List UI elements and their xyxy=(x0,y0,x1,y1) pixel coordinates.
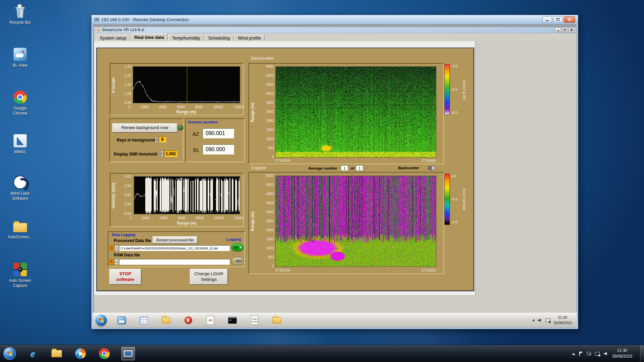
tick-label: -3.0 xyxy=(451,64,458,68)
rdp-minimize-button[interactable] xyxy=(542,16,552,23)
rdp-close-button[interactable] xyxy=(564,16,575,23)
average-number-field[interactable]: 1 xyxy=(341,165,348,171)
raw-logging-toggle[interactable]: OFF xyxy=(231,257,244,265)
scan-doc-label: sched xyxy=(252,320,257,323)
remote-taskbar-blview-icon[interactable] xyxy=(115,315,128,326)
desktop-icon-recycle-bin[interactable]: Recycle Bin xyxy=(3,4,37,25)
stepper-down-icon[interactable]: ▾ xyxy=(155,140,158,143)
desktop-icon-wind-lidar-software[interactable]: Wind Lidar Software xyxy=(3,175,37,201)
raw-path-field[interactable] xyxy=(119,259,230,265)
desktop-icon-google-chrome[interactable]: Google Chrome xyxy=(3,90,37,116)
start-button[interactable] xyxy=(3,347,16,360)
processed-drive-box[interactable]: C xyxy=(109,245,114,251)
backscatter-heatmap xyxy=(275,66,436,158)
tick-label: -4.0 xyxy=(451,220,458,224)
processed-logging-toggle[interactable]: ON xyxy=(231,243,244,251)
remote-tray-expand-icon[interactable] xyxy=(531,319,534,322)
snr-stepper[interactable]: ▴▾ xyxy=(160,150,164,157)
remote-taskbar-folder-icon[interactable] xyxy=(159,315,173,326)
average-total-field[interactable]: 1 xyxy=(356,165,363,171)
ascope-x-axis-label: Range (m) xyxy=(133,110,239,114)
renew-background-button[interactable]: Renew background now xyxy=(112,123,177,132)
tab-temp-humidity[interactable]: Temp/humidity xyxy=(168,35,204,41)
rays-in-background-field[interactable]: 8 xyxy=(159,136,166,142)
desktop-icon-bl-view[interactable]: BL-View xyxy=(3,47,37,68)
tick-label: 0 xyxy=(129,216,131,220)
taskbar-chrome-icon[interactable] xyxy=(98,347,111,360)
remote-volume-icon[interactable] xyxy=(538,318,542,322)
backscatter-display-toggle[interactable] xyxy=(428,166,435,170)
tab-system-setup[interactable]: System setup xyxy=(96,35,130,41)
stepper-up-icon[interactable]: ▴ xyxy=(160,150,164,154)
tab-scheduling[interactable]: Scheduling xyxy=(205,35,233,41)
snr-threshold-field[interactable]: 1.002 xyxy=(164,150,177,157)
tick-label: 2000 xyxy=(141,105,149,109)
rdp-maximize-button[interactable] xyxy=(553,16,563,23)
tab-bar: System setup Real time data Temp/humidit… xyxy=(94,33,576,41)
stop-button-line1: STOP xyxy=(119,271,131,277)
backscatter-time-end: 2715693 xyxy=(421,159,436,163)
labview-close-button[interactable] xyxy=(569,27,575,33)
hdd-activity-icon[interactable] xyxy=(587,352,591,355)
remote-taskbar-scan-sched-document-icon[interactable]: Scansched xyxy=(248,315,261,326)
taskbar-explorer-icon[interactable] xyxy=(50,347,63,360)
stepper-down-icon[interactable]: ▾ xyxy=(160,154,164,157)
raw-drive-box[interactable]: C xyxy=(109,259,114,265)
clock-date: 29/08/2023 xyxy=(612,354,632,359)
volume-icon[interactable] xyxy=(604,352,608,356)
stop-software-button[interactable]: STOP software xyxy=(109,269,141,285)
tick-label: 4000 xyxy=(159,105,167,109)
taskbar-clock[interactable]: 21:30 29/08/2023 xyxy=(612,348,632,360)
action-center-flag-icon[interactable] xyxy=(579,352,583,356)
processed-path-browse-icon[interactable] xyxy=(114,245,119,251)
backscatter-switch-label: Backscatter xyxy=(398,166,419,170)
taskbar-rdp-icon-active[interactable] xyxy=(121,347,135,360)
tick-label: -5.00 xyxy=(123,212,131,216)
labview-titlebar[interactable]: StreamLine XR v14-6.vi xyxy=(94,27,576,33)
tick-label: 8000 xyxy=(195,105,203,109)
logging-label: Logging xyxy=(226,237,241,241)
tick-label: 0.99 xyxy=(124,101,131,105)
remote-taskbar-xr-document-icon[interactable]: XR xyxy=(204,315,217,326)
remote-start-button[interactable] xyxy=(96,315,107,326)
show-desktop-button[interactable] xyxy=(640,345,644,362)
desktop-icon-mw41[interactable]: MW41 xyxy=(3,133,37,155)
data-logging-title: Data Logging xyxy=(112,233,135,237)
remote-taskbar-grid-app-icon[interactable] xyxy=(137,315,151,326)
taskbar-internet-explorer-icon[interactable] xyxy=(26,347,40,360)
rdp-titlebar[interactable]: 192.168.0.150 - Remote Desktop Connectio… xyxy=(92,15,578,24)
background-control-group: Renew background now Rays in background … xyxy=(109,118,183,162)
el-field[interactable]: 090.000 xyxy=(203,144,234,155)
taskbar-media-player-icon[interactable] xyxy=(74,347,87,360)
tick-label: 4000 xyxy=(266,83,274,86)
backscatter-time-start: 2715194 xyxy=(275,159,290,163)
doppler-time-start: 2715194 xyxy=(275,268,290,272)
raw-path-browse-icon[interactable] xyxy=(114,259,119,265)
remote-taskbar-terminal-icon[interactable] xyxy=(226,315,239,326)
remote-taskbar-explorer-icon[interactable] xyxy=(270,315,283,326)
minimize-icon xyxy=(557,31,559,31)
restart-processed-file-button[interactable]: Restart processed file xyxy=(153,236,198,244)
labview-minimize-button[interactable] xyxy=(555,27,561,33)
tab-real-time-data[interactable]: Real time data xyxy=(131,33,168,41)
tab-wind-profile[interactable]: Wind profile xyxy=(234,35,265,41)
tick-label: 4.0 xyxy=(451,174,458,178)
labview-restore-button[interactable] xyxy=(562,27,568,33)
rays-stepper[interactable]: ▴▾ xyxy=(155,136,158,142)
scanner-position-title: Scanner position xyxy=(188,120,218,124)
desktop-icon-auto-screen-capture[interactable]: Auto Screen Capture xyxy=(3,262,37,288)
change-lidar-settings-button[interactable]: Change LiDAR Settings xyxy=(190,269,228,285)
tray-show-hidden-icons[interactable] xyxy=(572,351,575,355)
az-field[interactable]: 090.001 xyxy=(203,128,234,138)
stepper-up-icon[interactable]: ▴ xyxy=(155,136,158,140)
desktop-icon-autoscreen[interactable]: AutoScreen... xyxy=(3,219,37,240)
network-icon[interactable] xyxy=(595,352,600,356)
desktop-icon-label: AutoScreen... xyxy=(7,235,34,240)
remote-clock[interactable]: 21:30 29/08/2023 xyxy=(553,315,572,326)
remote-taskbar-power-app-icon[interactable] xyxy=(181,315,195,326)
processed-path-field[interactable]: C:\Lidar\Data\Proc\2023\202308\20230829\… xyxy=(119,245,230,251)
labview-window-title: StreamLine XR v14-6.vi xyxy=(102,27,144,32)
rdp-window-controls xyxy=(541,16,575,23)
remote-network-icon[interactable] xyxy=(545,318,550,322)
tick-label: 4000 xyxy=(266,192,274,196)
